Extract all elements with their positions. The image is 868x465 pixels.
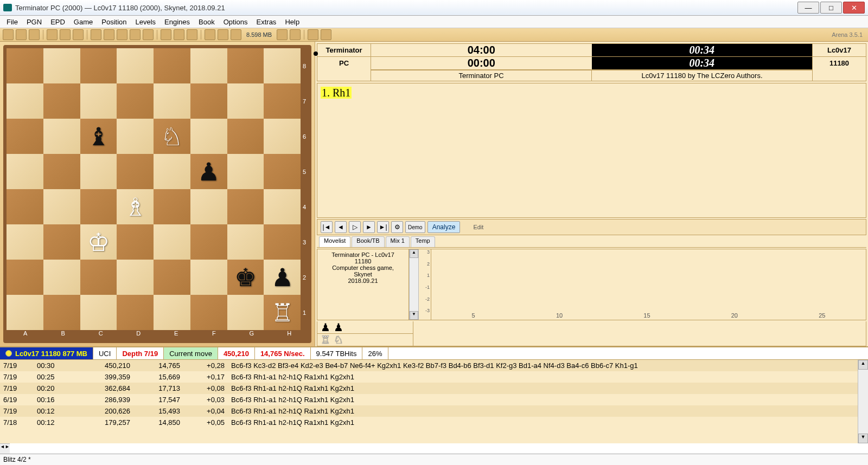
square-e8[interactable] <box>154 48 190 83</box>
minimize-button[interactable]: — <box>797 2 819 14</box>
log-scrollbar[interactable]: ▲▼ <box>858 360 868 443</box>
toolbar-icon[interactable] <box>205 29 215 40</box>
nav-next-button[interactable]: ► <box>363 221 375 233</box>
toolbar-icon[interactable] <box>104 29 114 40</box>
square-a7[interactable] <box>7 83 43 119</box>
square-a2[interactable] <box>7 260 43 295</box>
piece[interactable]: ♘ <box>161 124 183 149</box>
toolbar-icon[interactable] <box>29 29 40 40</box>
log-row[interactable]: 7/1900:12200,62615,493+0,04Bc6-f3 Rh1-a1… <box>0 405 858 417</box>
square-h8[interactable] <box>264 48 301 83</box>
toolbar-icon[interactable] <box>277 29 288 40</box>
square-b2[interactable] <box>43 260 80 295</box>
menu-extras[interactable]: Extras <box>252 17 281 27</box>
toolbar-icon[interactable] <box>231 29 241 40</box>
square-e7[interactable] <box>154 83 190 119</box>
toolbar-icon[interactable] <box>60 29 71 40</box>
toolbar-icon[interactable] <box>321 29 331 40</box>
eval-graph[interactable]: 510152025 <box>431 249 866 320</box>
close-button[interactable]: ✕ <box>843 2 865 14</box>
square-b6[interactable] <box>43 119 80 154</box>
square-h1[interactable]: ♖ <box>264 295 301 330</box>
square-d4[interactable]: ♗ <box>117 189 154 224</box>
square-d3[interactable] <box>117 224 154 260</box>
square-c1[interactable] <box>80 295 117 330</box>
square-c7[interactable] <box>80 83 117 119</box>
square-g1[interactable] <box>227 295 264 330</box>
square-b7[interactable] <box>43 83 80 119</box>
square-g6[interactable] <box>227 119 264 154</box>
piece[interactable]: ♝ <box>87 124 110 149</box>
square-b1[interactable] <box>43 295 80 330</box>
piece[interactable]: ♔ <box>87 230 110 255</box>
square-f6[interactable] <box>190 119 227 154</box>
square-e2[interactable] <box>154 260 190 295</box>
toolbar-icon[interactable] <box>308 29 318 40</box>
square-d8[interactable] <box>117 48 154 83</box>
toolbar-icon[interactable] <box>73 29 84 40</box>
square-b5[interactable] <box>43 154 80 189</box>
menu-file[interactable]: File <box>2 17 22 27</box>
square-a1[interactable] <box>7 295 43 330</box>
log-row[interactable]: 6/1900:16286,93917,547+0,03Bc6-f3 Rh1-a1… <box>0 394 858 405</box>
menu-position[interactable]: Position <box>97 17 131 27</box>
square-h5[interactable] <box>264 154 301 189</box>
square-c2[interactable] <box>80 260 117 295</box>
square-d5[interactable] <box>117 154 154 189</box>
square-f2[interactable] <box>190 260 227 295</box>
square-e6[interactable]: ♘ <box>154 119 190 154</box>
info-scrollbar[interactable]: ▲▼ <box>409 249 419 320</box>
piece[interactable]: ♚ <box>234 265 257 290</box>
notation-panel[interactable]: 1. Rh1 <box>317 83 866 218</box>
chess-board[interactable]: ♝♘♟♗♔♚♟♖ <box>7 48 301 330</box>
square-c3[interactable]: ♔ <box>80 224 117 260</box>
toolbar-icon[interactable] <box>174 29 184 40</box>
toolbar-icon[interactable] <box>143 29 154 40</box>
square-d6[interactable] <box>117 119 154 154</box>
nav-first-button[interactable]: |◄ <box>321 221 333 233</box>
square-g3[interactable] <box>227 224 264 260</box>
toolbar-icon[interactable] <box>218 29 228 40</box>
gear-icon[interactable]: ⚙ <box>391 221 403 233</box>
square-a6[interactable] <box>7 119 43 154</box>
square-g4[interactable] <box>227 189 264 224</box>
horizontal-scrollbar[interactable]: ◄► <box>0 443 10 454</box>
square-f8[interactable] <box>190 48 227 83</box>
square-e4[interactable] <box>154 189 190 224</box>
log-row[interactable]: 7/1900:25399,35915,669+0,17Bc6-f3 Rh1-a1… <box>0 371 858 383</box>
square-c5[interactable] <box>80 154 117 189</box>
tab-temp[interactable]: Temp <box>411 236 435 247</box>
tab-booktb[interactable]: Book/TB <box>352 236 384 247</box>
toolbar-icon[interactable] <box>91 29 101 40</box>
piece[interactable]: ♟ <box>271 265 293 290</box>
log-row[interactable]: 7/1800:12179,25714,850+0,05Bc6-f3 Rh1-a1… <box>0 417 858 428</box>
toolbar-icon[interactable] <box>117 29 127 40</box>
toolbar-icon[interactable] <box>3 29 14 40</box>
square-a8[interactable] <box>7 48 43 83</box>
piece[interactable]: ♟ <box>197 159 220 184</box>
square-b3[interactable] <box>43 224 80 260</box>
current-move[interactable]: 1. Rh1 <box>321 87 352 99</box>
menu-pgn[interactable]: PGN <box>22 17 46 27</box>
demo-button[interactable]: Demo <box>405 221 425 233</box>
square-h6[interactable] <box>264 119 301 154</box>
square-e5[interactable] <box>154 154 190 189</box>
square-c6[interactable]: ♝ <box>80 119 117 154</box>
tab-movelist[interactable]: Movelist <box>319 236 350 247</box>
square-g7[interactable] <box>227 83 264 119</box>
nav-last-button[interactable]: ►| <box>377 221 389 233</box>
square-a4[interactable] <box>7 189 43 224</box>
square-f1[interactable] <box>190 295 227 330</box>
square-d7[interactable] <box>117 83 154 119</box>
tab-mix1[interactable]: Mix 1 <box>386 236 410 247</box>
square-f3[interactable] <box>190 224 227 260</box>
toolbar-icon[interactable] <box>130 29 141 40</box>
piece[interactable]: ♗ <box>124 195 146 219</box>
square-h4[interactable] <box>264 189 301 224</box>
square-f7[interactable] <box>190 83 227 119</box>
menu-engines[interactable]: Engines <box>160 17 194 27</box>
square-e3[interactable] <box>154 224 190 260</box>
menu-levels[interactable]: Levels <box>131 17 161 27</box>
menu-epd[interactable]: EPD <box>46 17 69 27</box>
square-e1[interactable] <box>154 295 190 330</box>
